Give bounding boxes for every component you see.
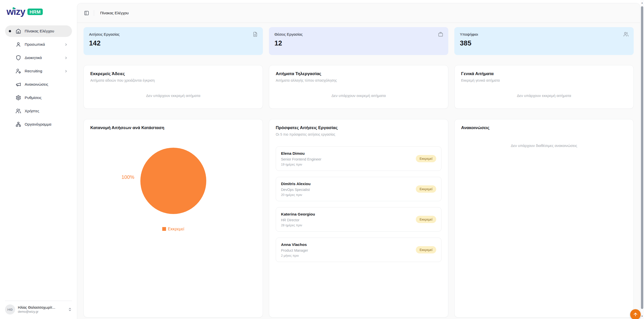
sidebar-item-personal[interactable]: Προσωπικά <box>5 39 72 50</box>
arrow-up-icon <box>633 312 638 317</box>
users-icon <box>16 108 21 114</box>
application-row[interactable]: Dimitris Alexiou DevOps Specialist 20 ημ… <box>276 177 441 201</box>
card-remote-requests: Αιτήματα Τηλεργασίας Αιτήματα αλλαγής τύ… <box>269 65 448 109</box>
stat-value: 385 <box>460 39 628 47</box>
stat-card-positions: Θέσεις Εργασίας 12 <box>269 27 448 55</box>
card-status-distribution: Κατανομή Αιτήσεων ανά Κατάσταση 100% Εκκ… <box>84 119 263 317</box>
card-title: Ανακοινώσεις <box>461 125 627 130</box>
sidebar-item-label: Ανακοινώσεις <box>25 82 48 87</box>
sidebar-item-label: Ρυθμίσεις <box>25 95 42 100</box>
brand-badge: HRM <box>27 9 43 15</box>
sidebar-item-recruiting[interactable]: Recruiting <box>5 65 72 77</box>
app-root: wizy HRM Πίνακας Ελέγχου Προσωπικά <box>0 0 644 319</box>
status-badge: Εκκρεμεί <box>416 246 436 253</box>
stat-card-candidates: Υποψήφιοι 385 <box>454 27 634 55</box>
gear-icon <box>16 95 21 100</box>
user-menu[interactable]: ΗΘ Ηλίας Θαλασσοχωρίτ... demo@wizy.gr <box>5 301 72 314</box>
sidebar-item-settings[interactable]: Ρυθμίσεις <box>5 92 72 103</box>
megaphone-icon <box>16 82 21 87</box>
user-cog-icon <box>16 68 21 74</box>
card-title: Αιτήματα Τηλεργασίας <box>276 71 441 76</box>
empty-state-text: Δεν υπάρχουν εκκρεμή αιτήματα <box>90 93 256 98</box>
status-badge: Εκκρεμεί <box>416 185 436 193</box>
dashboard-content: Αιτήσεις Εργασίας 142 Θέσεις Εργασίας 12 <box>77 23 640 317</box>
briefcase-icon <box>438 32 443 38</box>
application-row[interactable]: Anna Vlachos Product Manager 2 μήνες πρι… <box>276 238 441 262</box>
stat-value: 12 <box>274 39 443 47</box>
sidebar-item-dashboard[interactable]: Πίνακας Ελέγχου <box>5 25 72 37</box>
panel-left-icon <box>84 11 89 16</box>
sidebar-item-administrative[interactable]: Διοικητικά <box>5 52 72 64</box>
stat-label: Αιτήσεις Εργασίας <box>89 32 257 36</box>
sidebar-item-users[interactable]: Χρήστες <box>5 105 72 117</box>
user-icon <box>16 42 21 47</box>
legend-swatch <box>162 227 166 231</box>
card-subtitle: Αιτήματα αδειών που χρειάζονται έγκριση <box>90 78 256 82</box>
status-badge: Εκκρεμεί <box>416 216 436 223</box>
application-time: 2 μήνες πριν <box>281 254 308 257</box>
scrollbar-up-arrow[interactable]: ▲ <box>640 1 644 5</box>
brand-dot <box>13 7 15 9</box>
applications-list: Elena Dimou Senior Frontend Engineer 19 … <box>276 146 441 262</box>
sidebar-item-announcements[interactable]: Ανακοινώσεις <box>5 79 72 90</box>
card-pending-leaves: Εκκρεμείς Άδειες Αιτήματα αδειών που χρε… <box>84 65 263 109</box>
sidebar: wizy HRM Πίνακας Ελέγχου Προσωπικά <box>0 0 77 319</box>
card-announcements: Ανακοινώσεις Δεν υπάρχουν διαθέσιμες ανα… <box>454 119 634 317</box>
sidebar-toggle-button[interactable] <box>83 9 90 17</box>
chevron-right-icon <box>64 69 68 73</box>
applicant-name: Elena Dimou <box>281 151 321 156</box>
legend-label: Εκκρεμεί <box>168 227 184 231</box>
card-general-requests: Γενικά Αιτήματα Εκκρεμή γενικά αιτήματα … <box>454 65 634 109</box>
card-title: Εκκρεμείς Άδειες <box>90 71 256 76</box>
page-header: Πίνακας Ελέγχου <box>77 3 640 23</box>
org-chart-icon <box>16 122 21 127</box>
application-time: 19 ημέρες πριν <box>281 163 321 166</box>
sidebar-spacer <box>5 130 72 301</box>
scrollbar-down-arrow[interactable]: ▼ <box>640 314 644 318</box>
applicant-role: Senior Frontend Engineer <box>281 157 321 161</box>
card-recent-applications: Πρόσφατες Αιτήσεις Εργασίας Οι 5 πιο πρό… <box>269 119 448 317</box>
brand-logo[interactable]: wizy HRM <box>5 7 72 16</box>
chevrons-up-down-icon <box>68 307 72 311</box>
sidebar-nav: Πίνακας Ελέγχου Προσωπικά Διοικητικά <box>5 25 72 130</box>
sidebar-item-label: Πίνακας Ελέγχου <box>25 29 54 33</box>
card-title: Γενικά Αιτήματα <box>461 71 627 76</box>
stat-value: 142 <box>89 39 257 47</box>
sidebar-item-orgchart[interactable]: Οργανόγραμμα <box>5 119 72 130</box>
applicant-role: HR Director <box>281 218 315 222</box>
sidebar-item-label: Recruiting <box>25 69 42 73</box>
application-info: Anna Vlachos Product Manager 2 μήνες πρι… <box>281 242 308 257</box>
users-icon <box>623 32 629 38</box>
empty-state-text: Δεν υπάρχουν εκκρεμή αιτήματα <box>461 93 627 98</box>
stats-row: Αιτήσεις Εργασίας 142 Θέσεις Εργασίας 12 <box>84 27 634 55</box>
card-subtitle: Αιτήματα αλλαγής τύπου απασχόλησης <box>276 78 441 82</box>
sidebar-item-label: Προσωπικά <box>25 42 45 47</box>
card-subtitle: Οι 5 πιο πρόσφατες αιτήσεις εργασίας <box>276 132 441 136</box>
bottom-row: Κατανομή Αιτήσεων ανά Κατάσταση 100% Εκκ… <box>84 119 634 317</box>
application-time: 28 ημέρες πριν <box>281 224 315 227</box>
applicant-role: DevOps Specialist <box>281 188 310 192</box>
applicant-role: Product Manager <box>281 248 308 252</box>
application-info: Dimitris Alexiou DevOps Specialist 20 ημ… <box>281 182 310 197</box>
card-title: Πρόσφατες Αιτήσεις Εργασίας <box>276 125 441 130</box>
application-row[interactable]: Katerina Georgiou HR Director 28 ημέρες … <box>276 207 441 232</box>
chart-legend: Εκκρεμεί <box>84 227 263 231</box>
pie-chart: 100% Εκκρεμεί <box>84 119 263 317</box>
user-email: demo@wizy.gr <box>18 310 55 313</box>
brand-name: wizy <box>7 7 25 16</box>
avatar: ΗΘ <box>5 304 15 314</box>
applicant-name: Dimitris Alexiou <box>281 182 310 186</box>
applicant-name: Anna Vlachos <box>281 242 308 247</box>
scrollbar-thumb[interactable] <box>641 6 643 309</box>
user-name: Ηλίας Θαλασσοχωρίτ... <box>18 305 55 309</box>
chevron-right-icon <box>64 43 68 46</box>
card-subtitle: Εκκρεμή γενικά αιτήματα <box>461 78 627 82</box>
vertical-scrollbar: ▲ ▼ <box>640 0 644 319</box>
pie-percent-label: 100% <box>122 174 134 180</box>
application-row[interactable]: Elena Dimou Senior Frontend Engineer 19 … <box>276 146 441 171</box>
scroll-to-top-button[interactable] <box>630 309 641 319</box>
user-texts: Ηλίας Θαλασσοχωρίτ... demo@wizy.gr <box>18 305 55 313</box>
sidebar-item-label: Χρήστες <box>25 109 39 113</box>
pie-slice-pending <box>140 148 206 214</box>
main-panel: Πίνακας Ελέγχου Αιτήσεις Εργασίας 142 Θέ… <box>77 3 640 319</box>
